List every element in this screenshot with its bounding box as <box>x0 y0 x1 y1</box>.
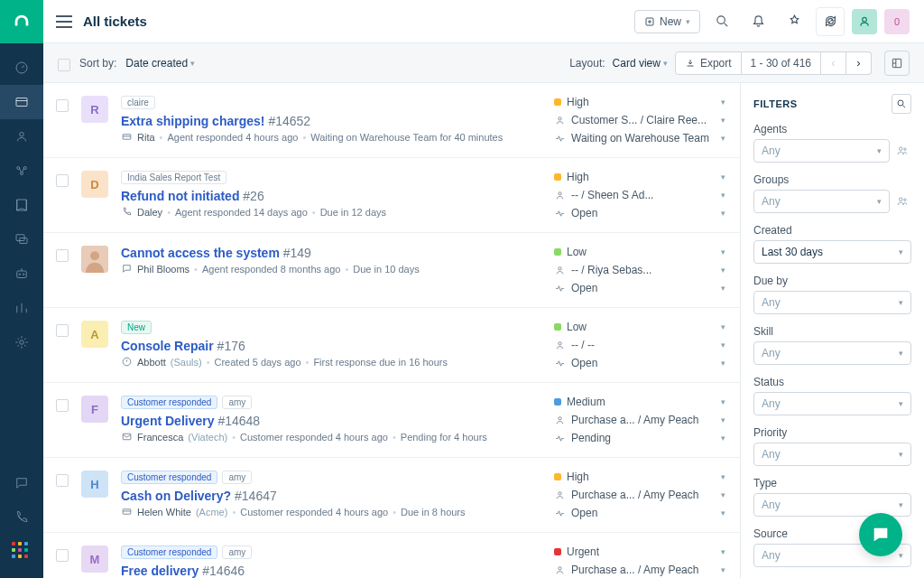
nav-solutions[interactable] <box>0 188 43 222</box>
ticket-card[interactable]: M Customer respondedamy Free delivery #1… <box>43 533 740 578</box>
refresh-icon[interactable] <box>816 7 845 36</box>
svg-point-33 <box>900 198 903 201</box>
nav-apps-icon[interactable] <box>12 542 32 562</box>
ticket-card[interactable]: D India Sales Report Test Refund not ini… <box>43 158 740 233</box>
ticket-card[interactable]: H Customer respondedamy Cash on Delivery… <box>43 458 740 533</box>
filter-select[interactable]: Any ▾ <box>753 341 911 365</box>
ticket-card[interactable]: R claire Extra shipping charges! #14652 … <box>43 83 740 158</box>
priority-dropdown[interactable]: Low ▾ <box>554 246 725 258</box>
filter-side-icon[interactable] <box>893 192 911 210</box>
assignee-dropdown[interactable]: -- / Riya Sebas... ▾ <box>554 264 725 276</box>
filter-select[interactable]: Any ▾ <box>753 291 911 314</box>
priority-dropdown[interactable]: Urgent ▾ <box>554 545 725 558</box>
svg-rect-1 <box>16 98 27 107</box>
nav-bot[interactable] <box>0 256 43 291</box>
nav-tickets[interactable] <box>0 85 43 119</box>
filter-select[interactable]: Last 30 days ▾ <box>753 240 911 264</box>
ticket-checkbox[interactable] <box>56 399 69 412</box>
channel-icon <box>121 356 133 368</box>
nav-dashboard[interactable] <box>0 51 43 85</box>
ticket-subject[interactable]: Urgent Delivery #14648 <box>121 414 541 428</box>
assignee-dropdown[interactable]: -- / -- ▾ <box>554 339 725 351</box>
filter-select[interactable]: Any ▾ <box>753 190 890 213</box>
hamburger-icon[interactable] <box>56 15 72 28</box>
freddy-ai-icon[interactable] <box>780 7 808 36</box>
ticket-checkbox[interactable] <box>56 474 69 487</box>
status-dropdown[interactable]: Open ▾ <box>554 207 725 219</box>
filter-select[interactable]: Any ▾ <box>753 392 911 415</box>
requester-name: Rita <box>137 132 155 143</box>
ticket-card[interactable]: F Customer respondedamy Urgent Delivery … <box>43 383 740 458</box>
nav-phone[interactable] <box>0 500 43 535</box>
ticket-subject[interactable]: Free delivery #14646 <box>121 564 541 578</box>
requester-name: Daley <box>137 207 162 218</box>
filter-select[interactable]: Any ▾ <box>753 493 911 517</box>
ticket-checkbox[interactable] <box>56 324 69 337</box>
pager-next-button[interactable]: › <box>846 51 872 75</box>
app-logo[interactable] <box>0 0 43 43</box>
notifications-icon[interactable] <box>744 7 772 36</box>
filter-group: Due by Any ▾ <box>753 275 911 314</box>
status-dropdown[interactable]: Open ▾ <box>554 357 725 369</box>
new-button[interactable]: New ▾ <box>634 10 700 33</box>
assignee-dropdown[interactable]: Purchase a... / Amy Peach ▾ <box>554 489 725 501</box>
priority-dropdown[interactable]: Low ▾ <box>554 321 725 333</box>
nav-contacts[interactable] <box>0 119 43 154</box>
chat-fab[interactable] <box>859 513 902 556</box>
status-dropdown[interactable]: Waiting on Warehouse Team ▾ <box>554 132 725 144</box>
ticket-subject[interactable]: Extra shipping charges! #14652 <box>121 114 541 128</box>
chevron-right-icon: › <box>856 56 860 70</box>
status-dropdown[interactable]: Open ▾ <box>554 507 725 519</box>
assignee-dropdown[interactable]: -- / Sheen S Ad... ▾ <box>554 189 725 201</box>
priority-dropdown[interactable]: Medium ▾ <box>554 396 725 408</box>
svg-point-25 <box>559 416 561 419</box>
ticket-card[interactable]: Cannot access the system #149 Phil Bloom… <box>43 233 740 308</box>
filter-label: Priority <box>753 426 911 439</box>
search-icon[interactable] <box>707 7 736 36</box>
filters-search-button[interactable] <box>892 94 911 114</box>
assignee-dropdown[interactable]: Purchase a... / Amy Peach ▾ <box>554 564 725 576</box>
status-dropdown[interactable]: Open ▾ <box>554 282 725 294</box>
nav-reports[interactable] <box>0 291 43 325</box>
filter-select[interactable]: Any ▾ <box>753 443 911 466</box>
export-button[interactable]: Export <box>675 51 742 75</box>
availability-avatar[interactable] <box>852 9 877 34</box>
chevron-down-icon: ▾ <box>721 472 725 481</box>
select-all-checkbox[interactable] <box>58 59 70 71</box>
priority-dot-icon <box>554 548 561 555</box>
filter-side-icon[interactable] <box>893 142 911 160</box>
ticket-card[interactable]: A New Console Repair #176 Abbott (Sauls)… <box>43 308 740 383</box>
filter-value: Any <box>762 499 781 511</box>
ticket-subject[interactable]: Console Repair #176 <box>121 339 541 353</box>
priority-dropdown[interactable]: High ▾ <box>554 96 725 108</box>
ticket-checkbox[interactable] <box>56 99 69 112</box>
layout-dropdown[interactable]: Card view ▾ <box>613 57 668 70</box>
ticket-tag: Customer responded <box>121 545 217 559</box>
assignee-dropdown[interactable]: Customer S... / Claire Ree... ▾ <box>554 114 725 126</box>
channel-icon <box>121 431 133 443</box>
ticket-subject[interactable]: Cash on Delivery? #14647 <box>121 489 541 503</box>
status-dropdown[interactable]: Pending ▾ <box>554 432 725 444</box>
nav-social[interactable] <box>0 154 43 188</box>
nav-admin[interactable] <box>0 325 43 359</box>
columns-button[interactable] <box>884 51 910 76</box>
notif-count-badge[interactable]: 0 <box>884 9 910 34</box>
assignee-dropdown[interactable]: Purchase a... / Amy Peach ▾ <box>554 414 725 426</box>
priority-dropdown[interactable]: High ▾ <box>554 471 725 483</box>
ticket-checkbox[interactable] <box>56 549 69 562</box>
ticket-checkbox[interactable] <box>56 174 69 187</box>
nav-chat[interactable] <box>0 466 43 500</box>
svg-point-9 <box>19 274 21 275</box>
chevron-down-icon: ▾ <box>721 415 725 424</box>
pager-prev-button[interactable]: ‹ <box>821 51 846 75</box>
ticket-checkbox[interactable] <box>56 249 69 262</box>
priority-dropdown[interactable]: High ▾ <box>554 171 725 183</box>
filter-select[interactable]: Any ▾ <box>753 139 890 163</box>
nav-forums[interactable] <box>0 222 43 256</box>
sort-by-dropdown[interactable]: Date created ▾ <box>125 57 195 70</box>
ticket-id: #14652 <box>268 114 310 128</box>
ticket-subject[interactable]: Cannot access the system #149 <box>121 246 541 260</box>
ticket-meta: Rita • Agent responded 4 hours ago • Wai… <box>121 131 541 143</box>
ticket-subject[interactable]: Refund not initiated #26 <box>121 189 541 203</box>
ticket-tags: New <box>121 321 541 334</box>
